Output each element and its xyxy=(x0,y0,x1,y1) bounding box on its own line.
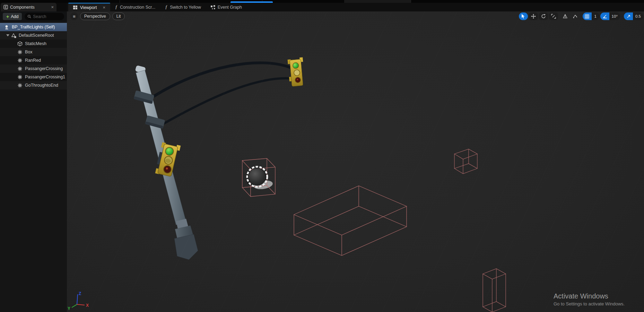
view-mode-selector[interactable]: Lit xyxy=(112,12,125,20)
tab-event-graph[interactable]: Event Graph xyxy=(206,3,247,11)
tree-item-label: GoThroughtoEnd xyxy=(25,83,58,88)
coordinate-system-button[interactable] xyxy=(561,12,570,20)
top-strip-divider xyxy=(411,0,411,3)
box-collision-icon xyxy=(17,50,23,55)
y-axis-label: Y xyxy=(68,306,70,311)
grid-snap-toggle[interactable] xyxy=(583,12,592,20)
scale-snap-group: 0.5 xyxy=(624,12,643,20)
tree-item-label: BP_TrafficLights (Self) xyxy=(12,25,55,29)
perspective-selector[interactable]: Perspective xyxy=(80,12,110,20)
box-collision-icon xyxy=(17,83,23,88)
viewport-toolbar-left: ≡ Perspective Lit xyxy=(70,12,125,20)
green-light-lit xyxy=(293,62,299,69)
cursor-icon xyxy=(521,14,525,19)
tab-construction-script[interactable]: ƒ Construction Scr... xyxy=(110,3,160,11)
box-collision-icon xyxy=(17,75,23,80)
y-axis xyxy=(72,304,77,307)
add-button-label: Add xyxy=(11,14,18,19)
rotation-snap-toggle[interactable] xyxy=(600,12,609,20)
tab-switch-to-yellow[interactable]: ƒ Switch to Yellow xyxy=(160,3,206,11)
world-gizmo-icon xyxy=(563,14,568,19)
pole-base-foot xyxy=(174,234,198,260)
rotate-tool-button[interactable] xyxy=(539,12,548,20)
search-input[interactable] xyxy=(33,14,61,19)
tree-item-label: PassangerCrossing xyxy=(25,66,63,71)
tree-item-label: PassangerCrossing1 xyxy=(25,75,65,79)
tab-viewport[interactable]: Viewport × xyxy=(68,3,110,11)
top-strip-divider xyxy=(120,0,120,3)
surface-snap-icon xyxy=(573,14,578,19)
axis-gizmo[interactable]: Z X Y xyxy=(68,291,89,311)
box-collision-icon xyxy=(17,66,23,71)
main-area: Viewport × ƒ Construction Scr... ƒ Switc… xyxy=(67,3,644,312)
tree-item-label: DefaultSceneRoot xyxy=(19,33,54,38)
tree-item-passangercrossing1[interactable]: PassangerCrossing1 xyxy=(0,73,67,81)
function-icon: ƒ xyxy=(165,5,167,10)
x-axis-label: X xyxy=(86,303,89,308)
wireframe-box-small-cube xyxy=(454,149,477,174)
scale-tool-button[interactable] xyxy=(549,12,558,20)
grid-icon xyxy=(585,14,589,19)
window-top-strip xyxy=(0,0,644,3)
viewport-canvas[interactable]: Z X Y ≡ Perspective Lit xyxy=(67,11,644,312)
tab-components[interactable]: Components × xyxy=(1,3,56,11)
tree-item-ranred[interactable]: RanRed xyxy=(0,56,67,64)
menu-icon: ≡ xyxy=(73,14,76,19)
hanging-traffic-light[interactable] xyxy=(287,57,305,87)
tab-label: Switch to Yellow xyxy=(170,5,201,10)
tab-label: Event Graph xyxy=(218,5,242,10)
cable-lower xyxy=(162,78,294,124)
close-icon[interactable]: × xyxy=(103,5,105,10)
select-tool-button[interactable] xyxy=(519,12,528,20)
rotate-icon xyxy=(541,14,546,19)
yellow-light-off xyxy=(294,70,300,76)
sphere-actor[interactable] xyxy=(247,167,267,187)
move-tool-button[interactable] xyxy=(529,12,538,20)
tree-item-self[interactable]: BP_TrafficLights (Self) xyxy=(0,23,67,31)
rotation-snap-group: 10° xyxy=(600,12,620,20)
tab-label: Viewport xyxy=(80,5,97,10)
viewport-options-button[interactable]: ≡ xyxy=(70,12,78,20)
components-panel-tabbar: Components × xyxy=(0,3,67,11)
plus-icon: + xyxy=(6,14,9,19)
wireframe-box-tall xyxy=(483,269,506,312)
grid-snap-value[interactable]: 1 xyxy=(592,12,599,20)
tree-item-box[interactable]: Box xyxy=(0,48,67,56)
document-tabbar: Viewport × ƒ Construction Scr... ƒ Switc… xyxy=(67,3,644,11)
rotation-snap-value[interactable]: 10° xyxy=(609,12,620,20)
perspective-label: Perspective xyxy=(84,14,106,19)
scale-snap-value[interactable]: 0.5 xyxy=(633,12,643,20)
viewport-grid-icon xyxy=(73,6,78,10)
grid-snap-group: 1 xyxy=(583,12,599,20)
static-mesh-icon xyxy=(17,41,23,46)
tree-item-passangercrossing[interactable]: PassangerCrossing xyxy=(0,64,67,73)
scene-root-icon xyxy=(11,33,16,38)
chevron-down-icon[interactable] xyxy=(6,34,9,36)
angle-icon xyxy=(602,14,607,19)
add-component-button[interactable]: + Add xyxy=(3,13,22,20)
lit-label: Lit xyxy=(116,14,121,19)
tree-item-label: StaticMesh xyxy=(25,41,46,46)
scale-snap-icon xyxy=(626,14,631,19)
tree-item-staticmesh[interactable]: StaticMesh xyxy=(0,40,67,48)
component-search[interactable] xyxy=(25,13,64,20)
close-icon[interactable]: × xyxy=(51,5,54,9)
top-strip-segment xyxy=(344,0,411,3)
scene: Z X Y xyxy=(67,11,644,312)
components-toolbar: + Add xyxy=(0,11,67,21)
components-icon xyxy=(3,5,8,9)
tab-label: Construction Scr... xyxy=(120,5,155,10)
components-panel: Components × + Add BP_Traffi xyxy=(0,3,67,312)
x-axis xyxy=(77,304,85,305)
scale-icon xyxy=(551,14,556,19)
surface-snapping-button[interactable] xyxy=(571,12,580,20)
tree-item-label: RanRed xyxy=(25,58,41,63)
tree-item-defaultsceneroot[interactable]: DefaultSceneRoot xyxy=(0,31,67,40)
scale-snap-toggle[interactable] xyxy=(624,12,633,20)
z-axis-label: Z xyxy=(79,291,81,296)
components-tree: BP_TrafficLights (Self) DefaultSceneRoot xyxy=(0,21,67,89)
box-collision-icon xyxy=(17,58,23,63)
tree-item-gothroughtoend[interactable]: GoThroughtoEnd xyxy=(0,81,67,89)
z-axis xyxy=(77,294,78,304)
wireframe-box-large xyxy=(294,186,407,255)
